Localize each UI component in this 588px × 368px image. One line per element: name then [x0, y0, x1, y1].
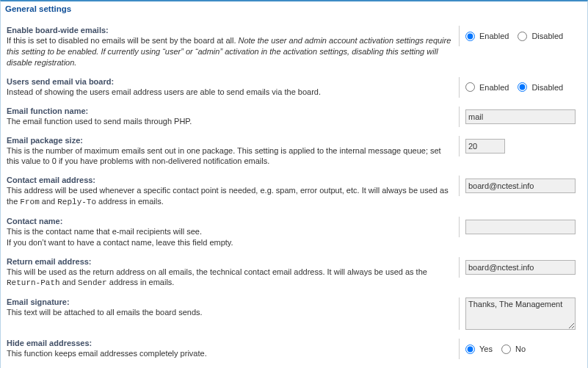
label-contact-email: Contact email address:	[7, 176, 451, 184]
users-via-board-enabled-radio[interactable]	[465, 82, 475, 92]
row-enable-emails: Enable board-wide emails: If this is set…	[7, 21, 581, 72]
panel-title: General settings	[1, 1, 587, 18]
label-hide-emails: Hide email addresses:	[7, 339, 451, 347]
enable-emails-enabled-option[interactable]: Enabled	[465, 32, 515, 41]
desc-email-signature: This text will be attached to all emails…	[7, 308, 203, 317]
label-users-via-board: Users send email via board:	[7, 77, 451, 86]
desc-users-via-board: Instead of showing the users email addre…	[7, 87, 321, 96]
enable-emails-disabled-radio[interactable]	[518, 32, 527, 41]
enable-emails-disabled-option[interactable]: Disabled	[518, 32, 569, 41]
email-function-name-input[interactable]	[465, 109, 576, 124]
desc-package-size: This is the number of maximum emails sen…	[7, 146, 441, 166]
desc-email-function: The email function used to send mails th…	[7, 117, 192, 126]
label-package-size: Email package size:	[7, 136, 451, 145]
desc-return-email: This will be used as the return address …	[7, 267, 427, 287]
enable-emails-enabled-radio[interactable]	[465, 32, 475, 41]
row-contact-name: Contact name: This is the contact name t…	[7, 212, 581, 252]
label-contact-name: Contact name:	[7, 217, 451, 226]
general-settings-panel: General settings Enable board-wide email…	[0, 0, 588, 368]
desc-contact-email: This address will be used whenever a spe…	[7, 186, 449, 206]
label-email-signature: Email signature:	[7, 297, 451, 306]
label-email-function: Email function name:	[7, 107, 451, 115]
row-email-function-name: Email function name: The email function …	[7, 101, 581, 131]
hide-emails-yes-option[interactable]: Yes	[465, 344, 498, 354]
desc-hide-emails: This function keeps email addresses comp…	[7, 349, 207, 358]
desc-enable-emails: If this is set to disabled no emails wil…	[7, 36, 451, 67]
users-via-board-enabled-option[interactable]: Enabled	[465, 82, 515, 92]
hide-emails-yes-radio[interactable]	[465, 344, 475, 354]
contact-email-input[interactable]	[465, 178, 576, 193]
contact-name-input[interactable]	[465, 220, 576, 234]
row-users-send-via-board: Users send email via board: Instead of s…	[7, 72, 581, 101]
email-package-size-input[interactable]	[465, 139, 505, 154]
users-via-board-disabled-option[interactable]: Disabled	[518, 82, 569, 92]
label-return-email: Return email address:	[7, 257, 451, 266]
panel-body: Enable board-wide emails: If this is set…	[1, 18, 587, 368]
return-email-input[interactable]	[465, 260, 576, 275]
hide-emails-no-radio[interactable]	[501, 344, 511, 354]
hide-emails-no-option[interactable]: No	[501, 344, 531, 354]
desc-contact-name: This is the contact name that e-mail rec…	[7, 227, 233, 247]
row-contact-email: Contact email address: This address will…	[7, 170, 581, 212]
row-return-email: Return email address: This will be used …	[7, 252, 581, 293]
label-enable-emails: Enable board-wide emails:	[7, 26, 451, 35]
users-via-board-disabled-radio[interactable]	[518, 82, 527, 92]
row-email-signature: Email signature: This text will be attac…	[7, 292, 581, 333]
email-signature-textarea[interactable]	[465, 297, 576, 330]
row-hide-emails: Hide email addresses: This function keep…	[7, 333, 581, 363]
row-email-package-size: Email package size: This is the number o…	[7, 131, 581, 171]
